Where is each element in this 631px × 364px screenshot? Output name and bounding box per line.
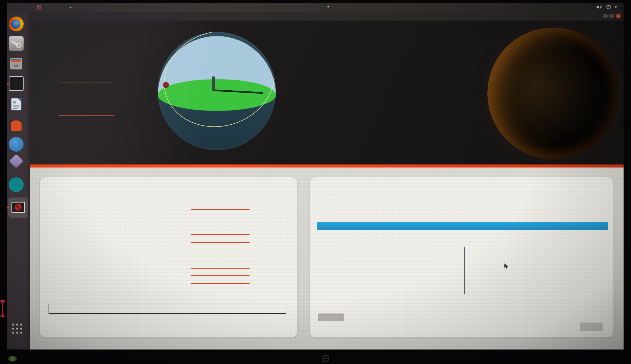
compass-widget — [49, 212, 110, 274]
disk-utility-icon[interactable] — [9, 36, 24, 51]
speaker-icon — [596, 5, 602, 9]
marker-bottom-triangle — [0, 313, 5, 317]
brand-globe-icon — [321, 355, 329, 364]
maximize-button[interactable] — [609, 14, 614, 18]
longitude-underline — [191, 242, 250, 243]
lever-underline — [191, 268, 250, 269]
minimize-button[interactable] — [603, 14, 608, 18]
sky-dome-view — [153, 28, 282, 157]
help-icon[interactable] — [9, 137, 24, 152]
firefox-icon[interactable] — [9, 17, 24, 31]
file-manager-icon[interactable] — [9, 56, 24, 71]
sky-dome-svg — [153, 28, 282, 156]
sun-path-polar-chart — [312, 21, 447, 157]
gnomon — [212, 77, 215, 91]
arduino-icon[interactable] — [9, 177, 24, 192]
terminal-icon[interactable] — [9, 76, 24, 91]
close-button[interactable]: × — [616, 14, 621, 18]
month-slider-marker[interactable] — [0, 300, 5, 317]
notification-dot-icon — [327, 6, 329, 7]
bezel-sticker — [8, 356, 17, 362]
document-icon — [9, 97, 24, 112]
monitor-photo: × — [0, 0, 631, 364]
application-menu-caret-icon — [69, 7, 72, 8]
window-title-bar — [7, 12, 624, 21]
ubuntu-software-icon[interactable] — [9, 118, 24, 132]
marker-stem — [2, 303, 3, 314]
progress-label — [317, 222, 608, 230]
latitude-underline — [191, 234, 250, 235]
app-screen-icon — [11, 202, 25, 213]
application-menu-icon — [37, 5, 41, 9]
show-applications-button[interactable] — [12, 324, 22, 334]
volume-icon[interactable] — [596, 5, 602, 11]
hauteur-underline — [59, 83, 114, 83]
shopping-bag-icon — [9, 118, 24, 132]
clock-menu[interactable] — [304, 2, 351, 10]
libreoffice-writer-icon[interactable] — [9, 97, 24, 112]
sun-3d — [163, 82, 169, 88]
ville-underline — [191, 209, 250, 210]
photo-button[interactable] — [318, 313, 344, 321]
azimuth-underline — [59, 115, 114, 116]
progress-bar — [317, 222, 608, 230]
pause-button[interactable] — [416, 247, 464, 294]
power-glyph-icon — [606, 4, 611, 9]
cursor-arrow-icon — [504, 263, 511, 271]
zenith-underline — [191, 275, 250, 276]
sun-render — [487, 28, 619, 159]
mouse-cursor — [504, 263, 511, 272]
month-slider[interactable] — [49, 304, 286, 314]
no-entry-icon — [15, 204, 22, 211]
exit-button[interactable] — [580, 323, 603, 331]
sun-simulator-app-icon[interactable] — [8, 198, 28, 218]
coucher-underline — [191, 283, 250, 284]
section-divider — [30, 164, 624, 168]
system-menu-caret-icon[interactable] — [614, 6, 617, 8]
transport-controls — [416, 247, 513, 294]
power-icon[interactable] — [606, 4, 611, 11]
cabinet-icon — [9, 56, 24, 71]
